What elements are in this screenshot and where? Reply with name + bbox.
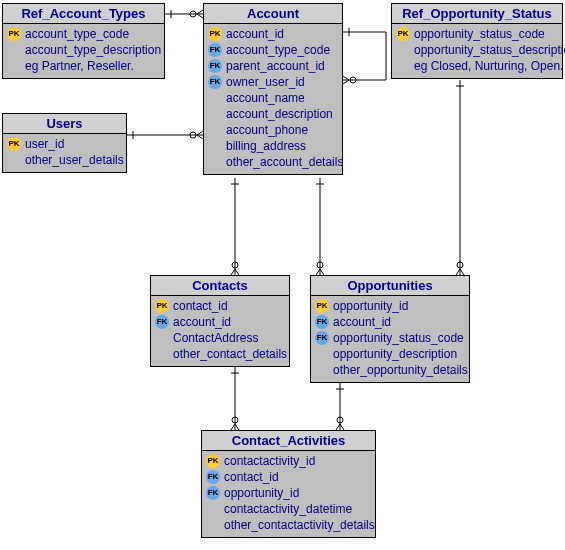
no-key-icon bbox=[208, 155, 222, 169]
no-key-icon bbox=[206, 502, 220, 516]
fk-icon: FK bbox=[315, 315, 329, 329]
attr-row: other_contact_details bbox=[155, 346, 285, 362]
pk-icon: PK bbox=[396, 27, 410, 41]
no-key-icon bbox=[208, 123, 222, 137]
entity-contact-activities: Contact_Activities PKcontactactivity_id … bbox=[201, 430, 376, 538]
svg-point-23 bbox=[317, 262, 323, 268]
entity-body: PKopportunity_status_code opportunity_st… bbox=[392, 24, 562, 78]
attr-row: PKopportunity_id bbox=[315, 298, 465, 314]
attr-row: opportunity_description bbox=[315, 346, 465, 362]
no-key-icon bbox=[396, 43, 410, 57]
attr-row: account_name bbox=[208, 90, 338, 106]
attr-row: account_description bbox=[208, 106, 338, 122]
svg-point-4 bbox=[190, 11, 196, 17]
svg-point-38 bbox=[337, 417, 343, 423]
entity-body: PKaccount_type_code account_type_descrip… bbox=[3, 24, 164, 78]
entity-body: PKuser_id other_user_details bbox=[3, 134, 126, 172]
entity-body: PKcontact_id FKaccount_id ContactAddress… bbox=[151, 296, 289, 366]
entity-ref-account-types: Ref_Account_Types PKaccount_type_code ac… bbox=[2, 3, 165, 79]
svg-point-18 bbox=[232, 262, 238, 268]
attr-row: FKcontact_id bbox=[206, 469, 371, 485]
entity-users: Users PKuser_id other_user_details bbox=[2, 113, 127, 173]
pk-icon: PK bbox=[7, 27, 21, 41]
attr-row: ContactAddress bbox=[155, 330, 285, 346]
entity-contacts: Contacts PKcontact_id FKaccount_id Conta… bbox=[150, 275, 290, 367]
attr-row: other_account_details bbox=[208, 154, 338, 170]
pk-icon: PK bbox=[315, 299, 329, 313]
svg-point-9 bbox=[190, 132, 196, 138]
entity-title: Account bbox=[204, 4, 342, 24]
svg-point-13 bbox=[350, 77, 356, 83]
attr-row: other_opportunity_details bbox=[315, 362, 465, 378]
attr-row: billing_address bbox=[208, 138, 338, 154]
no-key-icon bbox=[7, 59, 21, 73]
fk-icon: FK bbox=[206, 486, 220, 500]
attr-row: eg Partner, Reseller. bbox=[7, 58, 160, 74]
attr-row: FKopportunity_status_code bbox=[315, 330, 465, 346]
pk-icon: PK bbox=[155, 299, 169, 313]
entity-body: PKcontactactivity_id FKcontact_id FKoppo… bbox=[202, 451, 375, 537]
er-diagram-canvas: Ref_Account_Types PKaccount_type_code ac… bbox=[0, 0, 565, 550]
no-key-icon bbox=[396, 59, 410, 73]
fk-icon: FK bbox=[208, 59, 222, 73]
attr-row: PKuser_id bbox=[7, 136, 122, 152]
no-key-icon bbox=[7, 43, 21, 57]
pk-icon: PK bbox=[206, 454, 220, 468]
no-key-icon bbox=[155, 331, 169, 345]
entity-body: PKaccount_id FKaccount_type_code FKparen… bbox=[204, 24, 342, 174]
attr-row: FKaccount_id bbox=[155, 314, 285, 330]
entity-title: Opportunities bbox=[311, 276, 469, 296]
entity-body: PKopportunity_id FKaccount_id FKopportun… bbox=[311, 296, 469, 382]
attr-row: contactactivity_datetime bbox=[206, 501, 371, 517]
no-key-icon bbox=[208, 91, 222, 105]
attr-row: PKaccount_id bbox=[208, 26, 338, 42]
attr-row: account_phone bbox=[208, 122, 338, 138]
attr-row: opportunity_status_description bbox=[396, 42, 558, 58]
no-key-icon bbox=[7, 153, 21, 167]
attr-row: PKcontact_id bbox=[155, 298, 285, 314]
pk-icon: PK bbox=[208, 27, 222, 41]
no-key-icon bbox=[206, 518, 220, 532]
fk-icon: FK bbox=[315, 331, 329, 345]
pk-icon: PK bbox=[7, 137, 21, 151]
no-key-icon bbox=[208, 107, 222, 121]
svg-point-28 bbox=[457, 262, 463, 268]
attr-row: eg Closed, Nurturing, Open. bbox=[396, 58, 558, 74]
svg-point-33 bbox=[232, 417, 238, 423]
svg-line-12 bbox=[343, 80, 349, 84]
no-key-icon bbox=[155, 347, 169, 361]
no-key-icon bbox=[315, 363, 329, 377]
fk-icon: FK bbox=[208, 43, 222, 57]
fk-icon: FK bbox=[208, 75, 222, 89]
entity-title: Ref_Account_Types bbox=[3, 4, 164, 24]
entity-title: Contact_Activities bbox=[202, 431, 375, 451]
entity-opportunities: Opportunities PKopportunity_id FKaccount… bbox=[310, 275, 470, 383]
attr-row: PKaccount_type_code bbox=[7, 26, 160, 42]
attr-row: PKcontactactivity_id bbox=[206, 453, 371, 469]
attr-row: PKopportunity_status_code bbox=[396, 26, 558, 42]
attr-row: other_user_details bbox=[7, 152, 122, 168]
attr-row: FKowner_user_id bbox=[208, 74, 338, 90]
fk-icon: FK bbox=[155, 315, 169, 329]
entity-title: Contacts bbox=[151, 276, 289, 296]
entity-title: Users bbox=[3, 114, 126, 134]
svg-line-11 bbox=[343, 76, 349, 80]
entity-ref-opportunity-status: Ref_Opportunity_Status PKopportunity_sta… bbox=[391, 3, 563, 79]
entity-account: Account PKaccount_id FKaccount_type_code… bbox=[203, 3, 343, 175]
no-key-icon bbox=[208, 139, 222, 153]
attr-row: FKopportunity_id bbox=[206, 485, 371, 501]
attr-row: FKaccount_type_code bbox=[208, 42, 338, 58]
no-key-icon bbox=[315, 347, 329, 361]
attr-row: other_contactactivity_details bbox=[206, 517, 371, 533]
attr-row: FKaccount_id bbox=[315, 314, 465, 330]
fk-icon: FK bbox=[206, 470, 220, 484]
attr-row: FKparent_account_id bbox=[208, 58, 338, 74]
attr-row: account_type_description bbox=[7, 42, 160, 58]
entity-title: Ref_Opportunity_Status bbox=[392, 4, 562, 24]
